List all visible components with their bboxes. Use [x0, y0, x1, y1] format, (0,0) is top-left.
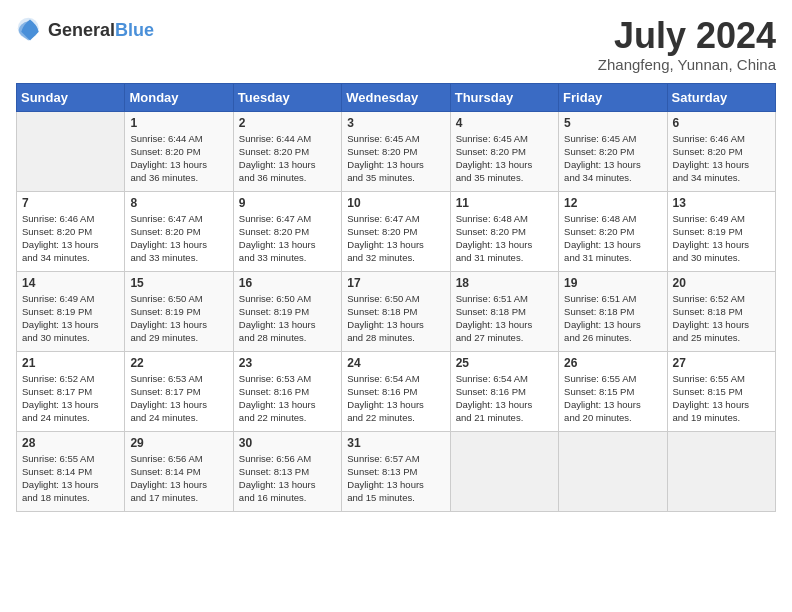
- day-number: 23: [239, 356, 336, 370]
- calendar-table: SundayMondayTuesdayWednesdayThursdayFrid…: [16, 83, 776, 512]
- calendar-cell: [17, 111, 125, 191]
- day-number: 24: [347, 356, 444, 370]
- day-number: 25: [456, 356, 553, 370]
- calendar-cell: 24Sunrise: 6:54 AM Sunset: 8:16 PM Dayli…: [342, 351, 450, 431]
- day-number: 3: [347, 116, 444, 130]
- calendar-cell: 30Sunrise: 6:56 AM Sunset: 8:13 PM Dayli…: [233, 431, 341, 511]
- calendar-week-row: 14Sunrise: 6:49 AM Sunset: 8:19 PM Dayli…: [17, 271, 776, 351]
- title-block: July 2024 Zhangfeng, Yunnan, China: [598, 16, 776, 73]
- calendar-week-row: 28Sunrise: 6:55 AM Sunset: 8:14 PM Dayli…: [17, 431, 776, 511]
- calendar-cell: 2Sunrise: 6:44 AM Sunset: 8:20 PM Daylig…: [233, 111, 341, 191]
- calendar-cell: 7Sunrise: 6:46 AM Sunset: 8:20 PM Daylig…: [17, 191, 125, 271]
- day-info: Sunrise: 6:51 AM Sunset: 8:18 PM Dayligh…: [456, 292, 553, 345]
- calendar-cell: 28Sunrise: 6:55 AM Sunset: 8:14 PM Dayli…: [17, 431, 125, 511]
- day-info: Sunrise: 6:57 AM Sunset: 8:13 PM Dayligh…: [347, 452, 444, 505]
- calendar-week-row: 7Sunrise: 6:46 AM Sunset: 8:20 PM Daylig…: [17, 191, 776, 271]
- header-friday: Friday: [559, 83, 667, 111]
- day-info: Sunrise: 6:44 AM Sunset: 8:20 PM Dayligh…: [130, 132, 227, 185]
- day-number: 8: [130, 196, 227, 210]
- day-info: Sunrise: 6:44 AM Sunset: 8:20 PM Dayligh…: [239, 132, 336, 185]
- calendar-cell: 27Sunrise: 6:55 AM Sunset: 8:15 PM Dayli…: [667, 351, 775, 431]
- day-info: Sunrise: 6:54 AM Sunset: 8:16 PM Dayligh…: [347, 372, 444, 425]
- day-info: Sunrise: 6:50 AM Sunset: 8:18 PM Dayligh…: [347, 292, 444, 345]
- header-monday: Monday: [125, 83, 233, 111]
- day-info: Sunrise: 6:50 AM Sunset: 8:19 PM Dayligh…: [130, 292, 227, 345]
- calendar-cell: 29Sunrise: 6:56 AM Sunset: 8:14 PM Dayli…: [125, 431, 233, 511]
- calendar-cell: 6Sunrise: 6:46 AM Sunset: 8:20 PM Daylig…: [667, 111, 775, 191]
- day-number: 28: [22, 436, 119, 450]
- day-info: Sunrise: 6:55 AM Sunset: 8:15 PM Dayligh…: [564, 372, 661, 425]
- calendar-cell: 9Sunrise: 6:47 AM Sunset: 8:20 PM Daylig…: [233, 191, 341, 271]
- day-info: Sunrise: 6:46 AM Sunset: 8:20 PM Dayligh…: [22, 212, 119, 265]
- day-info: Sunrise: 6:53 AM Sunset: 8:17 PM Dayligh…: [130, 372, 227, 425]
- day-info: Sunrise: 6:48 AM Sunset: 8:20 PM Dayligh…: [456, 212, 553, 265]
- day-number: 9: [239, 196, 336, 210]
- day-info: Sunrise: 6:55 AM Sunset: 8:14 PM Dayligh…: [22, 452, 119, 505]
- day-number: 1: [130, 116, 227, 130]
- day-number: 26: [564, 356, 661, 370]
- day-info: Sunrise: 6:54 AM Sunset: 8:16 PM Dayligh…: [456, 372, 553, 425]
- day-number: 4: [456, 116, 553, 130]
- calendar-cell: 1Sunrise: 6:44 AM Sunset: 8:20 PM Daylig…: [125, 111, 233, 191]
- day-number: 29: [130, 436, 227, 450]
- calendar-cell: 3Sunrise: 6:45 AM Sunset: 8:20 PM Daylig…: [342, 111, 450, 191]
- calendar-cell: 21Sunrise: 6:52 AM Sunset: 8:17 PM Dayli…: [17, 351, 125, 431]
- calendar-cell: 5Sunrise: 6:45 AM Sunset: 8:20 PM Daylig…: [559, 111, 667, 191]
- day-info: Sunrise: 6:47 AM Sunset: 8:20 PM Dayligh…: [130, 212, 227, 265]
- calendar-cell: 15Sunrise: 6:50 AM Sunset: 8:19 PM Dayli…: [125, 271, 233, 351]
- header-sunday: Sunday: [17, 83, 125, 111]
- calendar-cell: [450, 431, 558, 511]
- day-info: Sunrise: 6:52 AM Sunset: 8:18 PM Dayligh…: [673, 292, 770, 345]
- calendar-cell: [667, 431, 775, 511]
- location-subtitle: Zhangfeng, Yunnan, China: [598, 56, 776, 73]
- day-info: Sunrise: 6:53 AM Sunset: 8:16 PM Dayligh…: [239, 372, 336, 425]
- calendar-week-row: 1Sunrise: 6:44 AM Sunset: 8:20 PM Daylig…: [17, 111, 776, 191]
- day-number: 2: [239, 116, 336, 130]
- day-number: 5: [564, 116, 661, 130]
- calendar-cell: 8Sunrise: 6:47 AM Sunset: 8:20 PM Daylig…: [125, 191, 233, 271]
- day-number: 31: [347, 436, 444, 450]
- day-info: Sunrise: 6:51 AM Sunset: 8:18 PM Dayligh…: [564, 292, 661, 345]
- day-number: 11: [456, 196, 553, 210]
- calendar-cell: 13Sunrise: 6:49 AM Sunset: 8:19 PM Dayli…: [667, 191, 775, 271]
- day-number: 27: [673, 356, 770, 370]
- calendar-week-row: 21Sunrise: 6:52 AM Sunset: 8:17 PM Dayli…: [17, 351, 776, 431]
- day-number: 20: [673, 276, 770, 290]
- calendar-cell: 26Sunrise: 6:55 AM Sunset: 8:15 PM Dayli…: [559, 351, 667, 431]
- day-info: Sunrise: 6:46 AM Sunset: 8:20 PM Dayligh…: [673, 132, 770, 185]
- day-number: 19: [564, 276, 661, 290]
- day-info: Sunrise: 6:45 AM Sunset: 8:20 PM Dayligh…: [564, 132, 661, 185]
- day-info: Sunrise: 6:47 AM Sunset: 8:20 PM Dayligh…: [347, 212, 444, 265]
- day-info: Sunrise: 6:48 AM Sunset: 8:20 PM Dayligh…: [564, 212, 661, 265]
- logo: GeneralBlue: [16, 16, 154, 44]
- calendar-cell: 23Sunrise: 6:53 AM Sunset: 8:16 PM Dayli…: [233, 351, 341, 431]
- day-number: 6: [673, 116, 770, 130]
- day-number: 7: [22, 196, 119, 210]
- calendar-cell: 18Sunrise: 6:51 AM Sunset: 8:18 PM Dayli…: [450, 271, 558, 351]
- day-number: 22: [130, 356, 227, 370]
- day-info: Sunrise: 6:47 AM Sunset: 8:20 PM Dayligh…: [239, 212, 336, 265]
- logo-icon: [16, 16, 44, 44]
- calendar-cell: 20Sunrise: 6:52 AM Sunset: 8:18 PM Dayli…: [667, 271, 775, 351]
- calendar-cell: 25Sunrise: 6:54 AM Sunset: 8:16 PM Dayli…: [450, 351, 558, 431]
- page-header: GeneralBlue July 2024 Zhangfeng, Yunnan,…: [16, 16, 776, 73]
- calendar-cell: 11Sunrise: 6:48 AM Sunset: 8:20 PM Dayli…: [450, 191, 558, 271]
- day-info: Sunrise: 6:49 AM Sunset: 8:19 PM Dayligh…: [22, 292, 119, 345]
- day-info: Sunrise: 6:50 AM Sunset: 8:19 PM Dayligh…: [239, 292, 336, 345]
- calendar-cell: 31Sunrise: 6:57 AM Sunset: 8:13 PM Dayli…: [342, 431, 450, 511]
- day-number: 12: [564, 196, 661, 210]
- day-info: Sunrise: 6:45 AM Sunset: 8:20 PM Dayligh…: [456, 132, 553, 185]
- calendar-cell: 17Sunrise: 6:50 AM Sunset: 8:18 PM Dayli…: [342, 271, 450, 351]
- header-thursday: Thursday: [450, 83, 558, 111]
- calendar-cell: 12Sunrise: 6:48 AM Sunset: 8:20 PM Dayli…: [559, 191, 667, 271]
- day-info: Sunrise: 6:56 AM Sunset: 8:13 PM Dayligh…: [239, 452, 336, 505]
- day-info: Sunrise: 6:49 AM Sunset: 8:19 PM Dayligh…: [673, 212, 770, 265]
- day-info: Sunrise: 6:45 AM Sunset: 8:20 PM Dayligh…: [347, 132, 444, 185]
- calendar-cell: 14Sunrise: 6:49 AM Sunset: 8:19 PM Dayli…: [17, 271, 125, 351]
- day-number: 13: [673, 196, 770, 210]
- calendar-cell: 16Sunrise: 6:50 AM Sunset: 8:19 PM Dayli…: [233, 271, 341, 351]
- calendar-cell: 22Sunrise: 6:53 AM Sunset: 8:17 PM Dayli…: [125, 351, 233, 431]
- day-info: Sunrise: 6:55 AM Sunset: 8:15 PM Dayligh…: [673, 372, 770, 425]
- header-saturday: Saturday: [667, 83, 775, 111]
- calendar-cell: 10Sunrise: 6:47 AM Sunset: 8:20 PM Dayli…: [342, 191, 450, 271]
